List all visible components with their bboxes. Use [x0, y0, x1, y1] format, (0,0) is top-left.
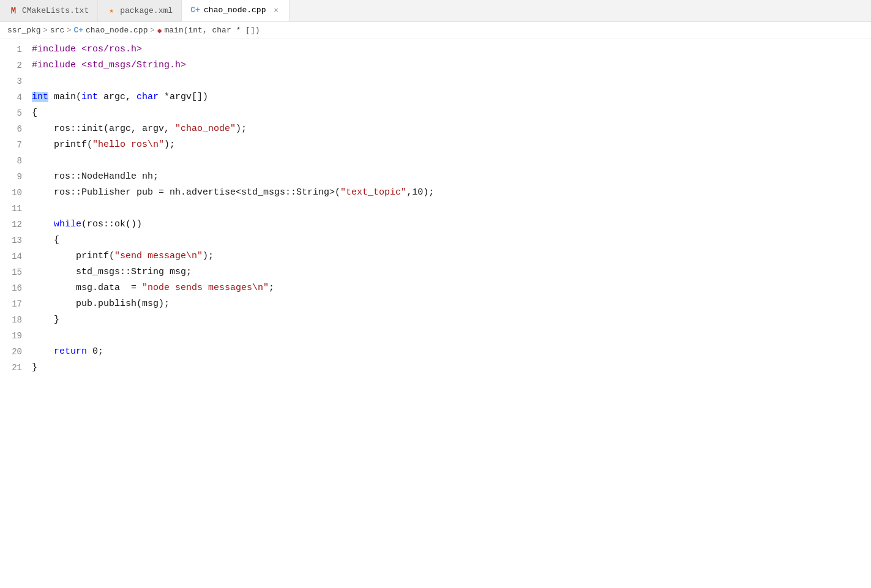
code-line-17: 17 pub.publish(msg); [0, 296, 871, 312]
code-line-14: 14 printf("send message\n"); [0, 248, 871, 264]
code-line-4: 4 int main(int argc, char *argv[]) [0, 89, 871, 105]
code-line-21: 21 } [0, 360, 871, 376]
line-num-21: 21 [0, 360, 32, 376]
line-num-7: 7 [0, 137, 32, 153]
line-num-9: 9 [0, 169, 32, 185]
line-num-4: 4 [0, 89, 32, 105]
line-content-9[interactable]: ros::NodeHandle nh; [32, 169, 871, 185]
line-content-15[interactable]: std_msgs::String msg; [32, 264, 871, 280]
line-num-16: 16 [0, 280, 32, 296]
line-content-17[interactable]: pub.publish(msg); [32, 296, 871, 312]
code-line-20: 20 return 0; [0, 344, 871, 360]
line-num-17: 17 [0, 296, 32, 312]
line-num-8: 8 [0, 153, 32, 169]
code-line-8: 8 [0, 153, 871, 169]
line-num-19: 19 [0, 328, 32, 344]
package-icon: ★ [107, 6, 116, 16]
breadcrumb-sep-3: > [150, 26, 154, 35]
tab-chao[interactable]: C+ chao_node.cpp ✕ [182, 0, 290, 21]
line-num-18: 18 [0, 312, 32, 328]
code-line-7: 7 printf("hello ros\n"); [0, 137, 871, 153]
breadcrumb-ssr-pkg[interactable]: ssr_pkg [7, 26, 41, 35]
line-num-14: 14 [0, 248, 32, 264]
tab-package[interactable]: ★ package.xml [98, 0, 182, 21]
code-line-13: 13 { [0, 233, 871, 248]
breadcrumb-file[interactable]: chao_node.cpp [86, 26, 148, 35]
line-content-16[interactable]: msg.data = "node sends messages\n"; [32, 280, 871, 296]
line-num-15: 15 [0, 264, 32, 280]
code-line-9: 9 ros::NodeHandle nh; [0, 169, 871, 185]
line-num-13: 13 [0, 233, 32, 248]
code-line-15: 15 std_msgs::String msg; [0, 264, 871, 280]
line-content-5[interactable]: { [32, 105, 871, 121]
breadcrumb-sep-1: > [43, 26, 48, 35]
tab-cmake[interactable]: M CMakeLists.txt [0, 0, 98, 21]
breadcrumb-func-icon: ◆ [157, 26, 162, 35]
code-line-19: 19 [0, 328, 871, 344]
line-content-1[interactable]: #include <ros/ros.h> [32, 42, 871, 58]
close-tab-button[interactable]: ✕ [272, 5, 280, 15]
tab-bar: M CMakeLists.txt ★ package.xml C+ chao_n… [0, 0, 871, 22]
line-num-3: 3 [0, 73, 32, 89]
line-content-10[interactable]: ros::Publisher pub = nh.advertise<std_ms… [32, 185, 871, 201]
line-num-10: 10 [0, 185, 32, 201]
code-line-1: 1 #include <ros/ros.h> [0, 42, 871, 58]
tab-label-cmake: CMakeLists.txt [22, 6, 89, 15]
line-num-2: 2 [0, 58, 32, 73]
line-num-11: 11 [0, 201, 32, 217]
code-line-6: 6 ros::init(argc, argv, "chao_node"); [0, 121, 871, 137]
code-line-12: 12 while(ros::ok()) [0, 217, 871, 233]
line-num-6: 6 [0, 121, 32, 137]
line-content-14[interactable]: printf("send message\n"); [32, 248, 871, 264]
code-line-5: 5 { [0, 105, 871, 121]
line-content-2[interactable]: #include <std_msgs/String.h> [32, 58, 871, 73]
line-content-12[interactable]: while(ros::ok()) [32, 217, 871, 233]
code-line-2: 2 #include <std_msgs/String.h> [0, 58, 871, 73]
cmake-icon: M [9, 6, 18, 16]
line-num-20: 20 [0, 344, 32, 360]
line-content-7[interactable]: printf("hello ros\n"); [32, 137, 871, 153]
code-line-10: 10 ros::Publisher pub = nh.advertise<std… [0, 185, 871, 201]
line-content-18[interactable]: } [32, 312, 871, 328]
code-line-16: 16 msg.data = "node sends messages\n"; [0, 280, 871, 296]
tab-label-package: package.xml [120, 6, 173, 15]
cpp-icon: C+ [190, 6, 200, 15]
breadcrumb-func[interactable]: main(int, char * []) [164, 26, 260, 35]
line-content-13[interactable]: { [32, 233, 871, 248]
code-line-18: 18 } [0, 312, 871, 328]
breadcrumb-cpp-icon: C+ [73, 26, 83, 35]
line-num-5: 5 [0, 105, 32, 121]
code-line-3: 3 [0, 73, 871, 89]
line-content-6[interactable]: ros::init(argc, argv, "chao_node"); [32, 121, 871, 137]
line-content-4[interactable]: int main(int argc, char *argv[]) [32, 89, 871, 105]
breadcrumb-sep-2: > [67, 26, 71, 35]
line-num-1: 1 [0, 42, 32, 58]
breadcrumb-src[interactable]: src [50, 26, 64, 35]
code-area: 1 #include <ros/ros.h> 2 #include <std_m… [0, 39, 871, 376]
tab-label-chao: chao_node.cpp [204, 6, 266, 15]
code-line-11: 11 [0, 201, 871, 217]
breadcrumb: ssr_pkg > src > C+ chao_node.cpp > ◆ mai… [0, 22, 871, 39]
line-content-21[interactable]: } [32, 360, 871, 376]
line-num-12: 12 [0, 217, 32, 233]
line-content-20[interactable]: return 0; [32, 344, 871, 360]
